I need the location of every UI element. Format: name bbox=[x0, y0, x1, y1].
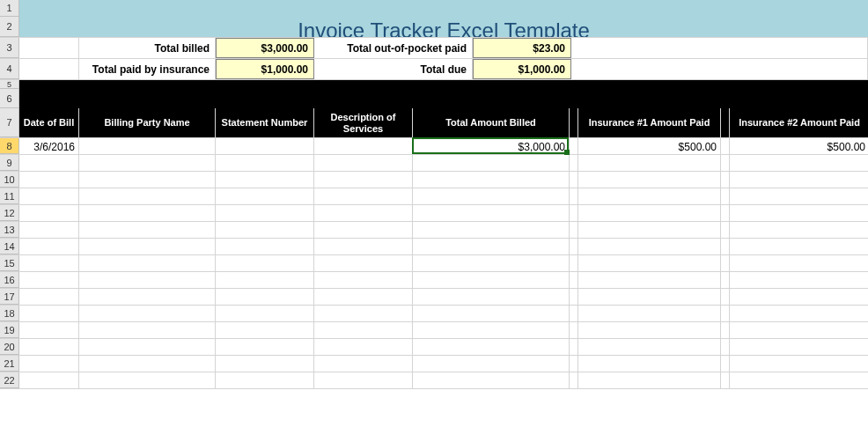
row-header[interactable]: 7 bbox=[0, 108, 19, 137]
cell[interactable] bbox=[570, 138, 578, 155]
cell[interactable] bbox=[413, 222, 570, 239]
cell[interactable] bbox=[578, 289, 721, 306]
cell[interactable] bbox=[721, 356, 730, 372]
cell[interactable] bbox=[216, 239, 314, 255]
cell[interactable] bbox=[570, 289, 578, 306]
row-header[interactable]: 17 bbox=[0, 289, 19, 305]
cell[interactable] bbox=[216, 205, 314, 222]
cell[interactable] bbox=[721, 222, 730, 239]
cell[interactable] bbox=[19, 255, 79, 272]
cell[interactable] bbox=[571, 59, 868, 79]
cell[interactable] bbox=[216, 138, 314, 155]
cell[interactable] bbox=[413, 339, 570, 356]
cell[interactable] bbox=[578, 255, 721, 272]
cell[interactable] bbox=[578, 155, 721, 172]
cell[interactable] bbox=[79, 172, 216, 188]
cell[interactable] bbox=[721, 239, 730, 255]
cell[interactable] bbox=[413, 255, 570, 272]
cell[interactable] bbox=[216, 155, 314, 172]
cell[interactable] bbox=[570, 272, 578, 289]
cell[interactable] bbox=[721, 372, 730, 389]
cell[interactable] bbox=[721, 306, 730, 322]
cell[interactable] bbox=[413, 322, 570, 339]
cell[interactable] bbox=[19, 89, 868, 108]
cell[interactable] bbox=[314, 322, 413, 339]
cell-total-billed[interactable]: $3,000.00 bbox=[413, 138, 570, 155]
cell[interactable] bbox=[19, 339, 79, 356]
cell[interactable] bbox=[314, 188, 413, 205]
cell[interactable] bbox=[314, 138, 413, 155]
cell[interactable] bbox=[216, 222, 314, 239]
col-spacer[interactable] bbox=[721, 108, 730, 137]
row-header[interactable]: 1 bbox=[0, 0, 19, 17]
col-ins2-paid[interactable]: Insurance #2 Amount Paid bbox=[730, 108, 868, 137]
cell[interactable] bbox=[730, 272, 868, 289]
cell[interactable] bbox=[721, 322, 730, 339]
title-cell[interactable] bbox=[19, 0, 868, 17]
total-due-value[interactable]: $1,000.00 bbox=[473, 59, 571, 79]
cell[interactable] bbox=[570, 222, 578, 239]
cell[interactable] bbox=[19, 272, 79, 289]
row-header[interactable]: 2 bbox=[0, 17, 19, 37]
col-date[interactable]: Date of Bill bbox=[19, 108, 79, 137]
cell[interactable] bbox=[730, 172, 868, 188]
row-header[interactable]: 8 bbox=[0, 138, 19, 154]
cell[interactable] bbox=[79, 339, 216, 356]
cell[interactable] bbox=[578, 188, 721, 205]
cell[interactable] bbox=[79, 372, 216, 389]
row-header[interactable]: 11 bbox=[0, 188, 19, 204]
cell[interactable] bbox=[570, 239, 578, 255]
cell[interactable] bbox=[570, 339, 578, 356]
cell[interactable] bbox=[570, 306, 578, 322]
cell[interactable] bbox=[79, 255, 216, 272]
cell[interactable] bbox=[314, 155, 413, 172]
cell[interactable] bbox=[578, 339, 721, 356]
cell[interactable] bbox=[314, 339, 413, 356]
cell[interactable] bbox=[413, 239, 570, 255]
cell[interactable] bbox=[721, 205, 730, 222]
cell[interactable] bbox=[730, 322, 868, 339]
cell-ins2[interactable]: $500.00 bbox=[730, 138, 868, 155]
spreadsheet-grid[interactable]: 1 2 Invoice Tracker Excel Template 3 Tot… bbox=[0, 0, 868, 389]
row-header[interactable]: 12 bbox=[0, 205, 19, 221]
cell[interactable] bbox=[79, 155, 216, 172]
row-header[interactable]: 15 bbox=[0, 255, 19, 271]
cell[interactable] bbox=[578, 205, 721, 222]
cell[interactable] bbox=[570, 155, 578, 172]
col-statement-number[interactable]: Statement Number bbox=[216, 108, 314, 137]
cell[interactable] bbox=[570, 172, 578, 188]
cell[interactable] bbox=[730, 356, 868, 372]
cell[interactable] bbox=[19, 372, 79, 389]
cell[interactable] bbox=[216, 188, 314, 205]
row-header[interactable]: 22 bbox=[0, 372, 19, 388]
cell[interactable] bbox=[79, 322, 216, 339]
cell[interactable] bbox=[216, 272, 314, 289]
cell[interactable] bbox=[721, 289, 730, 306]
row-header[interactable]: 4 bbox=[0, 59, 19, 79]
cell[interactable] bbox=[730, 205, 868, 222]
cell[interactable] bbox=[79, 356, 216, 372]
cell[interactable] bbox=[570, 205, 578, 222]
cell[interactable] bbox=[730, 372, 868, 389]
cell[interactable] bbox=[19, 322, 79, 339]
cell[interactable] bbox=[721, 339, 730, 356]
cell[interactable] bbox=[578, 356, 721, 372]
col-total-billed[interactable]: Total Amount Billed bbox=[413, 108, 570, 137]
total-insurance-value[interactable]: $1,000.00 bbox=[216, 59, 314, 79]
cell[interactable] bbox=[19, 289, 79, 306]
row-header[interactable]: 9 bbox=[0, 155, 19, 171]
col-ins1-paid[interactable]: Insurance #1 Amount Paid bbox=[578, 108, 721, 137]
cell[interactable] bbox=[570, 372, 578, 389]
cell[interactable] bbox=[216, 289, 314, 306]
cell-ins1[interactable]: $500.00 bbox=[578, 138, 721, 155]
row-header[interactable]: 10 bbox=[0, 172, 19, 188]
cell[interactable] bbox=[721, 155, 730, 172]
cell[interactable] bbox=[216, 172, 314, 188]
page-title[interactable]: Invoice Tracker Excel Template bbox=[19, 17, 868, 37]
cell[interactable] bbox=[578, 306, 721, 322]
cell[interactable] bbox=[19, 356, 79, 372]
cell[interactable] bbox=[314, 272, 413, 289]
cell[interactable] bbox=[413, 272, 570, 289]
cell-date[interactable]: 3/6/2016 bbox=[19, 138, 79, 155]
cell[interactable] bbox=[730, 255, 868, 272]
